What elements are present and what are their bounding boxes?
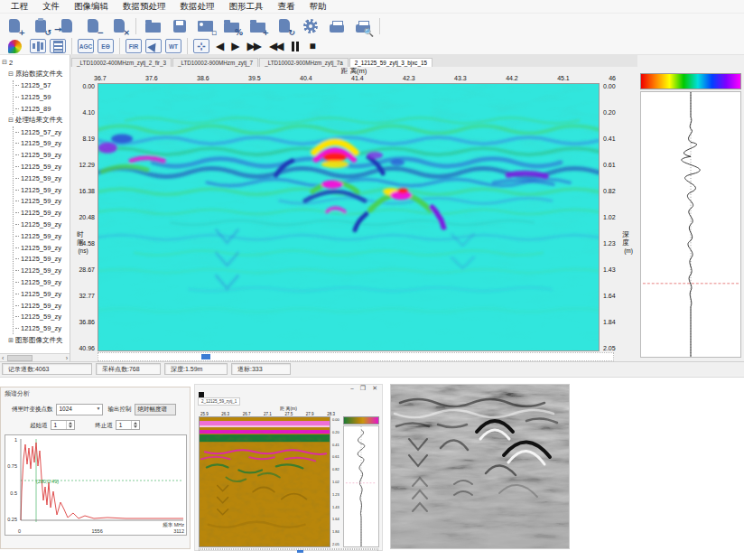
plot-horizontal-scrollbar[interactable] — [199, 548, 378, 550]
tree-folder-raw[interactable]: ⊟ 原始数据文件夹 — [2, 69, 70, 80]
menu-item[interactable]: 数据处理 — [173, 1, 222, 13]
rewind-icon[interactable]: ◀◀ — [266, 40, 284, 52]
tree-item[interactable]: 12125_59 — [15, 91, 70, 103]
scroll-thumb[interactable] — [201, 354, 210, 359]
scroll-thumb[interactable] — [7, 355, 33, 361]
tab-file-3[interactable]: _LTD10002-900MHzm_zytj_7a — [259, 58, 349, 68]
gain-curve-icon[interactable]: EΘ — [98, 39, 114, 53]
folder-add-icon[interactable]: + — [246, 15, 269, 36]
depth-axis-label-text: 深度 — [621, 230, 636, 247]
gain-radargram-canvas[interactable] — [199, 416, 330, 547]
brush-icon[interactable] — [145, 39, 162, 53]
depth-axis: 0.000.200.410.610.821.021.231.431.641.84… — [330, 416, 342, 547]
paste-icon[interactable]: ↺ — [29, 15, 51, 36]
file-tree: ⊟ 2 ⊟ 原始数据文件夹 12125_5712125_5912125_89 ⊟… — [0, 55, 70, 353]
fast-forward-icon[interactable]: ▶▶ — [244, 40, 262, 52]
tree-item[interactable]: 12125_59_zy — [15, 288, 70, 300]
tree-item[interactable]: 12125_59_zy — [15, 161, 70, 173]
tab-file-4-active[interactable]: 2_12125_59_zytj_3_bjxc_15 — [349, 58, 432, 68]
folder-label: 原始数据文件夹 — [15, 70, 63, 79]
menu-item[interactable]: 图像编辑 — [67, 1, 116, 13]
tree-root[interactable]: ⊟ 2 — [2, 57, 70, 69]
wavelet-icon[interactable]: WT — [165, 39, 181, 53]
histogram-icon[interactable] — [30, 39, 46, 53]
folder-percent-icon[interactable]: % — [220, 15, 243, 36]
output-control-field[interactable]: 绝对幅度谱 — [135, 404, 176, 415]
processing-toolbar: AGC EΘ FIR WT ⊹ ◀ ▶ ▶▶ ◀◀ ■ — [0, 38, 744, 55]
fir-icon[interactable]: FIR — [126, 39, 142, 53]
delete-file-icon[interactable]: × — [107, 15, 130, 36]
gear-icon[interactable] — [299, 15, 321, 36]
folder-open-icon[interactable] — [142, 15, 164, 36]
tree-item[interactable]: 12125_57_zy — [15, 126, 70, 138]
scroll-right-arrow[interactable]: › — [64, 355, 70, 361]
menu-item[interactable]: 查看 — [271, 1, 302, 13]
tree-folder-results[interactable]: ⊟ 处理结果文件夹 — [2, 115, 70, 126]
menu-item[interactable]: 工程 — [4, 1, 35, 13]
tree-item[interactable]: 12125_59_zy — [15, 149, 70, 161]
radargram-canvas[interactable] — [98, 83, 600, 351]
close-button[interactable]: ✕ — [372, 385, 377, 392]
spectrum-y-axis: 10.750.50.25 — [6, 437, 17, 522]
stepper-arrows-icon[interactable] — [131, 421, 139, 429]
menu-item[interactable]: 帮助 — [302, 1, 334, 13]
menu-item[interactable]: 图形工具 — [222, 1, 271, 13]
pause-icon[interactable] — [288, 42, 302, 51]
restore-button[interactable]: ❐ — [360, 385, 366, 392]
play-icon[interactable]: ▶ — [228, 40, 240, 52]
crosshair-icon[interactable]: ⊹ — [193, 39, 209, 53]
import-icon[interactable]: → — [55, 15, 78, 36]
tree-item[interactable]: 12125_59_zy — [15, 173, 70, 184]
tree-item[interactable]: 12125_89 — [15, 103, 70, 115]
save-image-icon[interactable]: ▫ — [194, 15, 217, 36]
agc-icon[interactable]: AGC — [78, 39, 94, 53]
collapse-icon[interactable]: ⊟ — [2, 59, 7, 66]
window-caption: − ❐ ✕ — [195, 385, 382, 392]
print-icon[interactable] — [325, 15, 348, 36]
list-icon[interactable] — [50, 39, 66, 53]
tab-file-2[interactable]: _LTD10002-900MHzm_zytj_7 — [172, 58, 258, 68]
tree-item[interactable]: 12125_59_zy — [15, 300, 70, 312]
palette-icon[interactable] — [4, 36, 26, 57]
plot-horizontal-scrollbar[interactable] — [98, 352, 614, 361]
stop-icon[interactable]: ■ — [306, 40, 316, 52]
tree-item[interactable]: 12125_59_zy — [15, 184, 70, 196]
tree-horizontal-scrollbar[interactable]: ‹ › — [0, 353, 70, 361]
step-back-icon[interactable]: ◀ — [213, 40, 225, 52]
tree-item[interactable]: 12125_59_zy — [15, 138, 70, 150]
scroll-left-arrow[interactable]: ‹ — [0, 355, 5, 361]
x-tick-label: 42.3 — [403, 75, 415, 83]
remove-file-icon[interactable]: − — [81, 15, 104, 36]
tree-item[interactable]: 12125_59_zy — [15, 254, 70, 266]
collapse-icon[interactable]: ⊟ — [8, 70, 14, 78]
tree-item[interactable]: 12125_57 — [15, 80, 70, 92]
end-trace-stepper[interactable]: 1 — [116, 420, 141, 430]
collapse-icon[interactable]: ⊟ — [8, 117, 14, 124]
menu-item[interactable]: 数据预处理 — [116, 1, 173, 13]
time-tick-label: 28.67 — [79, 266, 95, 273]
save-icon[interactable] — [168, 15, 191, 36]
start-trace-stepper[interactable]: 1 — [51, 420, 76, 430]
tab-file-active[interactable]: 2_12125_59_zytj_1 — [198, 397, 240, 406]
tree-item[interactable]: 12125_59_zy — [15, 230, 70, 242]
tree-item[interactable]: 12125_59_zy — [15, 322, 70, 334]
new-file-icon[interactable]: + — [3, 15, 25, 36]
menu-item[interactable]: 文件 — [35, 1, 67, 13]
print-preview-icon[interactable]: 🔍 — [351, 15, 374, 36]
tree-item[interactable]: 12125_59_zy — [15, 265, 70, 276]
tree-item[interactable]: 12125_59_zy — [15, 207, 70, 219]
file-refresh-icon[interactable]: ↻ — [273, 15, 295, 36]
tree-item[interactable]: 12125_59_zy — [15, 196, 70, 208]
fft-points-select[interactable]: 1024 ▼ — [56, 404, 103, 415]
stepper-arrows-icon[interactable] — [66, 421, 74, 429]
collapse-icon[interactable]: ⊞ — [8, 337, 14, 344]
tree-folder-images[interactable]: ⊞ 图形图像文件夹 — [2, 334, 70, 346]
tab-file-1[interactable]: _LTD10002-400MHzm_zytj_2_fir_3 — [71, 58, 172, 68]
tree-item[interactable]: 12125_59_zy — [15, 219, 70, 230]
tree-item[interactable]: 12125_59_zy — [15, 312, 70, 323]
scroll-thumb[interactable] — [297, 550, 303, 553]
tree-item[interactable]: 12125_59_zy — [15, 242, 70, 254]
minimize-button[interactable]: − — [350, 386, 354, 392]
tree-item[interactable]: 12125_59_zy — [15, 276, 70, 288]
gain-adjust-window: − ❐ ✕ 2_12125_59_zytj_1 距 离(m) 25.926.32… — [194, 384, 383, 551]
